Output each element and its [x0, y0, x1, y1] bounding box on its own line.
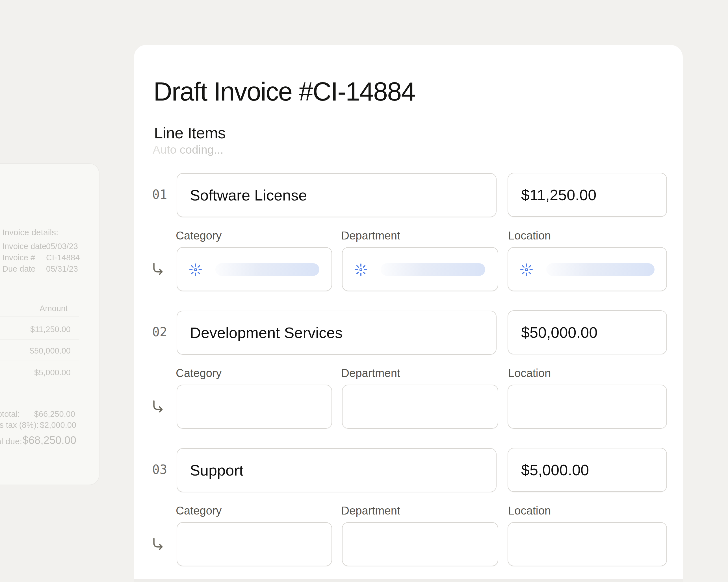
category-label: Category — [176, 504, 222, 517]
description-input[interactable]: Support — [177, 448, 497, 492]
auto-coding-status: Auto coding... — [153, 143, 224, 157]
department-input[interactable] — [342, 247, 498, 291]
location-input[interactable] — [508, 385, 667, 429]
department-label: Department — [341, 504, 400, 517]
amount-value: $5,000.00 — [508, 461, 589, 479]
sub-row-arrow-icon — [152, 400, 164, 413]
location-label: Location — [508, 229, 551, 242]
card-bottom-divider — [134, 579, 683, 582]
description-value: Support — [177, 462, 243, 479]
page-title: Draft Invoice #CI-14884 — [153, 78, 415, 106]
category-input[interactable] — [177, 385, 332, 429]
amount-value: $11,250.00 — [508, 186, 596, 203]
location-label: Location — [508, 504, 551, 517]
line-item-number: 02 — [151, 325, 168, 339]
invoice-preview-panel — [0, 163, 100, 485]
description-input[interactable]: Software License — [177, 173, 497, 217]
loading-shimmer — [381, 263, 485, 276]
loading-shimmer — [215, 263, 319, 276]
sparkle-loading-icon — [355, 263, 367, 276]
category-label: Category — [176, 229, 222, 242]
description-value: Development Services — [177, 324, 342, 341]
sub-row-arrow-icon — [152, 538, 164, 551]
department-label: Department — [341, 229, 400, 242]
sub-row-arrow-icon — [152, 262, 164, 276]
category-label: Category — [176, 367, 222, 380]
line-item-number: 01 — [151, 187, 168, 202]
amount-input[interactable]: $11,250.00 — [508, 173, 667, 217]
department-input[interactable] — [342, 522, 498, 566]
department-label: Department — [341, 367, 400, 380]
location-label: Location — [508, 367, 551, 380]
amount-value: $50,000.00 — [508, 324, 597, 341]
description-value: Software License — [177, 186, 307, 204]
sparkle-loading-icon — [520, 263, 533, 276]
department-input[interactable] — [342, 385, 498, 429]
description-input[interactable]: Development Services — [177, 311, 497, 355]
line-item-number: 03 — [151, 462, 168, 477]
category-input[interactable] — [177, 247, 332, 291]
location-input[interactable] — [508, 522, 667, 566]
sparkle-loading-icon — [189, 263, 202, 276]
line-items-heading: Line Items — [154, 124, 226, 142]
amount-input[interactable]: $5,000.00 — [508, 448, 667, 492]
loading-shimmer — [546, 263, 654, 276]
category-input[interactable] — [177, 522, 332, 566]
amount-input[interactable]: $50,000.00 — [508, 310, 667, 354]
location-input[interactable] — [508, 247, 667, 291]
